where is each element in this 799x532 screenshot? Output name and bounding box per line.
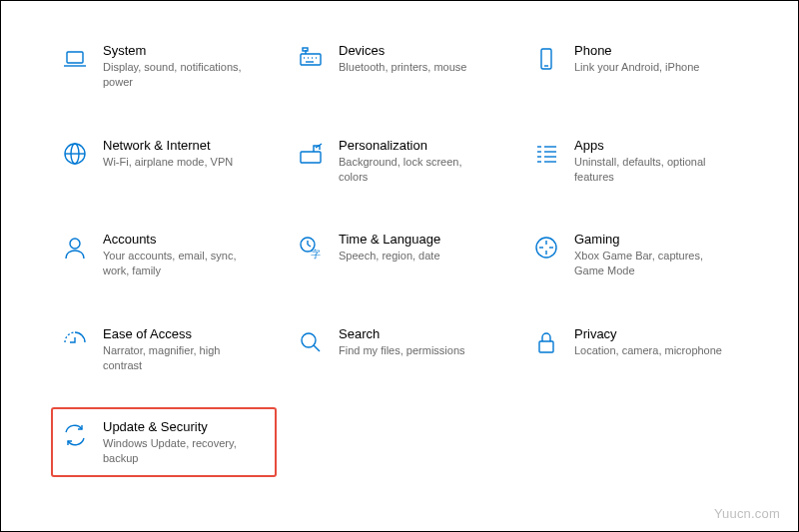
item-subtitle: Location, camera, microphone <box>574 343 722 358</box>
item-subtitle: Narrator, magnifier, high contrast <box>103 343 253 373</box>
item-title: Search <box>339 326 465 341</box>
text-block: AccountsYour accounts, email, sync, work… <box>103 232 253 278</box>
watermark: Yuucn.com <box>714 506 780 521</box>
settings-item-accounts[interactable]: AccountsYour accounts, email, sync, work… <box>51 222 277 288</box>
text-block: SearchFind my files, permissions <box>339 326 465 358</box>
item-subtitle: Link your Android, iPhone <box>574 60 699 75</box>
item-title: Network & Internet <box>103 138 233 153</box>
item-title: Devices <box>339 43 466 58</box>
update-icon <box>61 421 89 449</box>
text-block: Ease of AccessNarrator, magnifier, high … <box>103 326 253 373</box>
settings-item-privacy[interactable]: PrivacyLocation, camera, microphone <box>522 316 748 383</box>
search-icon <box>297 328 325 356</box>
item-title: Personalization <box>339 138 488 153</box>
apps-icon <box>532 140 560 168</box>
item-title: Accounts <box>103 232 253 247</box>
text-block: PhoneLink your Android, iPhone <box>574 43 699 75</box>
item-title: Time & Language <box>339 232 440 247</box>
item-title: Update & Security <box>103 419 253 434</box>
item-subtitle: Background, lock screen, colors <box>339 155 488 185</box>
item-title: Gaming <box>574 232 724 247</box>
settings-item-gaming[interactable]: GamingXbox Game Bar, captures, Game Mode <box>522 222 748 288</box>
text-block: GamingXbox Game Bar, captures, Game Mode <box>574 232 724 278</box>
settings-item-devices[interactable]: DevicesBluetooth, printers, mouse <box>287 33 512 100</box>
settings-item-apps[interactable]: AppsUninstall, defaults, optional featur… <box>522 128 748 195</box>
gaming-icon <box>532 234 560 262</box>
settings-item-phone[interactable]: PhoneLink your Android, iPhone <box>522 33 748 100</box>
text-block: Time & LanguageSpeech, region, date <box>339 232 440 264</box>
item-subtitle: Windows Update, recovery, backup <box>103 436 253 466</box>
settings-item-system[interactable]: SystemDisplay, sound, notifications, pow… <box>51 33 277 100</box>
item-subtitle: Xbox Game Bar, captures, Game Mode <box>574 249 724 278</box>
settings-item-network-internet[interactable]: Network & InternetWi-Fi, airplane mode, … <box>51 128 277 195</box>
item-title: Apps <box>574 138 724 153</box>
account-icon <box>61 234 89 262</box>
paint-icon <box>297 140 325 168</box>
settings-item-search[interactable]: SearchFind my files, permissions <box>287 316 512 383</box>
keyboard-icon <box>297 45 325 73</box>
text-block: AppsUninstall, defaults, optional featur… <box>574 138 724 185</box>
item-subtitle: Your accounts, email, sync, work, family <box>103 249 253 278</box>
text-block: SystemDisplay, sound, notifications, pow… <box>103 43 253 90</box>
item-title: Privacy <box>574 326 722 341</box>
item-subtitle: Display, sound, notifications, power <box>103 60 253 90</box>
settings-item-update-security[interactable]: Update & SecurityWindows Update, recover… <box>51 407 277 478</box>
privacy-icon <box>532 328 560 356</box>
text-block: Network & InternetWi-Fi, airplane mode, … <box>103 138 233 170</box>
text-block: PrivacyLocation, camera, microphone <box>574 326 722 358</box>
item-subtitle: Wi-Fi, airplane mode, VPN <box>103 155 233 170</box>
item-title: Phone <box>574 43 699 58</box>
text-block: PersonalizationBackground, lock screen, … <box>339 138 488 185</box>
item-subtitle: Bluetooth, printers, mouse <box>339 60 466 75</box>
text-block: Update & SecurityWindows Update, recover… <box>103 419 253 466</box>
text-block: DevicesBluetooth, printers, mouse <box>339 43 466 75</box>
item-subtitle: Find my files, permissions <box>339 343 465 358</box>
laptop-icon <box>61 45 89 73</box>
item-subtitle: Uninstall, defaults, optional features <box>574 155 724 185</box>
ease-icon <box>61 328 89 356</box>
settings-item-personalization[interactable]: PersonalizationBackground, lock screen, … <box>287 128 512 195</box>
settings-item-time-language[interactable]: Time & LanguageSpeech, region, date <box>287 222 512 288</box>
item-title: System <box>103 43 253 58</box>
globe-icon <box>61 140 89 168</box>
settings-item-ease-of-access[interactable]: Ease of AccessNarrator, magnifier, high … <box>51 316 277 383</box>
item-subtitle: Speech, region, date <box>339 249 440 264</box>
time-language-icon <box>297 234 325 262</box>
settings-grid: SystemDisplay, sound, notifications, pow… <box>1 1 798 497</box>
item-title: Ease of Access <box>103 326 253 341</box>
phone-icon <box>532 45 560 73</box>
